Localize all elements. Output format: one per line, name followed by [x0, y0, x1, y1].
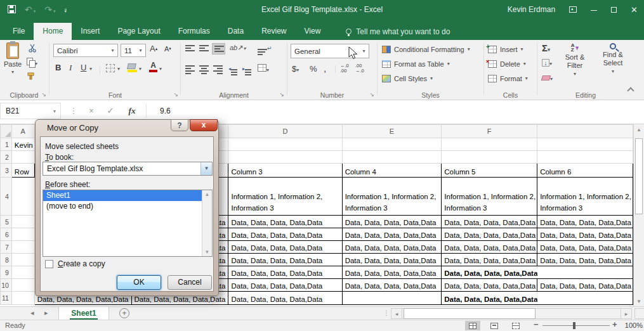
comma-style-button[interactable]: , — [324, 63, 326, 74]
cell-E6[interactable]: Data, Data, Data, Data,Data — [342, 228, 442, 241]
cell-G10[interactable]: Data, Data, Data, Data,Data — [537, 279, 633, 292]
zoom-out-button[interactable]: − — [534, 320, 539, 329]
increase-indent-button[interactable]: ▸ — [242, 64, 251, 75]
number-dialog-launcher[interactable]: ↘ — [369, 92, 374, 98]
row-header-4[interactable]: 4 — [1, 178, 12, 216]
conditional-formatting-button[interactable]: Conditional Formatting ▾ — [382, 42, 470, 56]
cell-F4[interactable]: Information 1, Information 2, Informatio… — [442, 178, 537, 216]
cell-A1[interactable]: Kevin — [11, 138, 34, 151]
cell-E4[interactable]: Information 1, Information 2, Informatio… — [342, 178, 442, 216]
paste-button[interactable]: Paste ▾ — [1, 42, 24, 75]
scroll-right-icon[interactable]: ▸ — [621, 308, 632, 319]
row-header-2[interactable]: 2 — [1, 151, 12, 164]
close-button[interactable]: ✕ — [631, 6, 638, 14]
cell-A3[interactable]: Row — [11, 164, 34, 178]
format-painter-button[interactable] — [27, 72, 36, 82]
column-header-D[interactable]: D — [228, 125, 342, 138]
tab-formulas[interactable]: Formulas — [169, 23, 219, 40]
cell-A10[interactable] — [11, 279, 34, 292]
dialog-help-button[interactable]: ? — [171, 119, 188, 131]
cell-A11[interactable] — [11, 292, 34, 305]
fill-color-button[interactable] — [128, 63, 137, 72]
cell-F11[interactable]: Data, Data, Data, Data,Data — [442, 292, 537, 305]
row-header-7[interactable]: 7 — [1, 241, 12, 254]
cell-D6[interactable]: Data, Data, Data, Data,Data — [228, 228, 342, 241]
cell-styles-button[interactable]: Cell Styles ▾ — [382, 72, 433, 85]
cell-D3[interactable]: Column 3 — [228, 164, 342, 178]
cancel-button[interactable]: Cancel — [168, 275, 212, 290]
cell-E3[interactable]: Column 4 — [342, 164, 442, 178]
name-box-splitter[interactable]: ⋮ — [66, 103, 81, 119]
font-name-combo[interactable]: Calibri▾ — [53, 44, 118, 57]
sheet-list-item[interactable]: (move to end) — [43, 201, 202, 212]
dialog-close-button[interactable]: x — [190, 119, 218, 131]
scroll-up-icon[interactable]: ▲ — [202, 191, 212, 197]
align-center-button[interactable] — [199, 65, 209, 74]
cell-G1[interactable] — [537, 138, 633, 151]
cell-D11[interactable]: Data, Data, Data, Data,Data — [228, 292, 342, 305]
cut-button[interactable] — [28, 44, 37, 54]
decrease-font-size-button[interactable]: A▾ — [164, 45, 171, 53]
cell-D2[interactable] — [228, 151, 342, 164]
italic-button[interactable]: I — [69, 63, 72, 73]
row-header-11[interactable]: 11 — [1, 292, 12, 305]
sheet-tab-sheet1[interactable]: Sheet1 — [58, 307, 109, 320]
cell-D7[interactable]: Data, Data, Data, Data,Data — [228, 241, 342, 254]
cell-A4[interactable] — [11, 178, 34, 216]
tab-file[interactable]: File — [4, 23, 34, 40]
minimize-button[interactable] — [591, 6, 597, 14]
column-header-E[interactable]: E — [342, 125, 442, 138]
cell-G6[interactable]: Data, Data, Data, Data,Data — [537, 228, 633, 241]
font-size-combo[interactable]: 11▾ — [121, 44, 146, 57]
zoom-in-button[interactable]: + — [612, 320, 617, 329]
cell-F7[interactable]: Data, Data, Data, Data,Data — [442, 241, 537, 254]
insert-cells-button[interactable]: + Insert ▾ — [488, 42, 523, 56]
scroll-down-icon[interactable]: ▼ — [202, 249, 212, 255]
page-break-view-button[interactable] — [508, 321, 523, 330]
zoom-slider-handle[interactable] — [573, 322, 575, 329]
cell-G3[interactable]: Column 6 — [537, 164, 633, 178]
merge-center-button[interactable]: ▾ — [258, 64, 269, 73]
new-sheet-button[interactable]: + — [119, 308, 129, 318]
row-header-3[interactable]: 3 — [1, 164, 12, 178]
find-select-button[interactable]: Find & Select ▾ — [596, 43, 629, 74]
column-header-F[interactable]: F — [442, 125, 537, 138]
percent-style-button[interactable]: % — [310, 64, 317, 74]
align-middle-button[interactable] — [199, 45, 209, 51]
cell-E9[interactable]: Data, Data, Data, Data,Data — [342, 266, 442, 279]
before-sheet-listbox[interactable]: Sheet1(move to end) ▲ ▼ — [43, 190, 213, 257]
row-header-6[interactable]: 6 — [1, 228, 12, 241]
horizontal-scrollbar-thumb[interactable] — [404, 308, 536, 319]
page-layout-view-button[interactable] — [487, 321, 502, 330]
cell-D4[interactable]: Information 1, Information 2, Informatio… — [228, 178, 342, 216]
cell-D1[interactable] — [228, 138, 342, 151]
row-header-5[interactable]: 5 — [1, 216, 12, 228]
column-header-G[interactable] — [537, 125, 633, 138]
cell-F1[interactable] — [442, 138, 537, 151]
clear-button[interactable]: ▾ — [542, 74, 553, 82]
cell-A9[interactable] — [11, 266, 34, 279]
cell-E5[interactable]: Data, Data, Data, Data,Data — [342, 216, 442, 228]
tell-me-box[interactable]: Tell me what you want to do — [346, 23, 450, 40]
ribbon-display-options-button[interactable] — [569, 6, 577, 14]
autosum-button[interactable]: Σ▾ — [542, 42, 550, 53]
cell-D9[interactable]: Data, Data, Data, Data,Data — [228, 266, 342, 279]
row-header-10[interactable]: 10 — [1, 279, 12, 292]
increase-font-size-button[interactable]: A▴ — [150, 44, 157, 53]
copy-button[interactable]: ▾ — [27, 58, 37, 67]
cell-G7[interactable]: Data, Data, Data, Data,Data — [537, 241, 633, 254]
cell-F6[interactable]: Data, Data, Data, Data,Data — [442, 228, 537, 241]
create-copy-checkbox[interactable] — [45, 260, 53, 268]
cell-F8[interactable]: Data, Data, Data, Data,Data — [442, 254, 537, 266]
cell-G11[interactable] — [537, 292, 633, 305]
cell-A6[interactable] — [11, 228, 34, 241]
tab-data[interactable]: Data — [219, 23, 253, 40]
name-box[interactable]: B21 ▾ — [0, 103, 61, 119]
select-all-button[interactable] — [1, 125, 12, 138]
vertical-scrollbar-thumb[interactable] — [635, 138, 643, 214]
listbox-scrollbar[interactable]: ▲ ▼ — [202, 190, 212, 256]
decrease-decimal-button[interactable]: .00→.0 — [355, 63, 364, 74]
cell-G4[interactable]: Information 1, Information 2, Informatio… — [537, 178, 633, 216]
cell-E1[interactable] — [342, 138, 442, 151]
cell-D8[interactable]: Data, Data, Data, Data,Data — [228, 254, 342, 266]
